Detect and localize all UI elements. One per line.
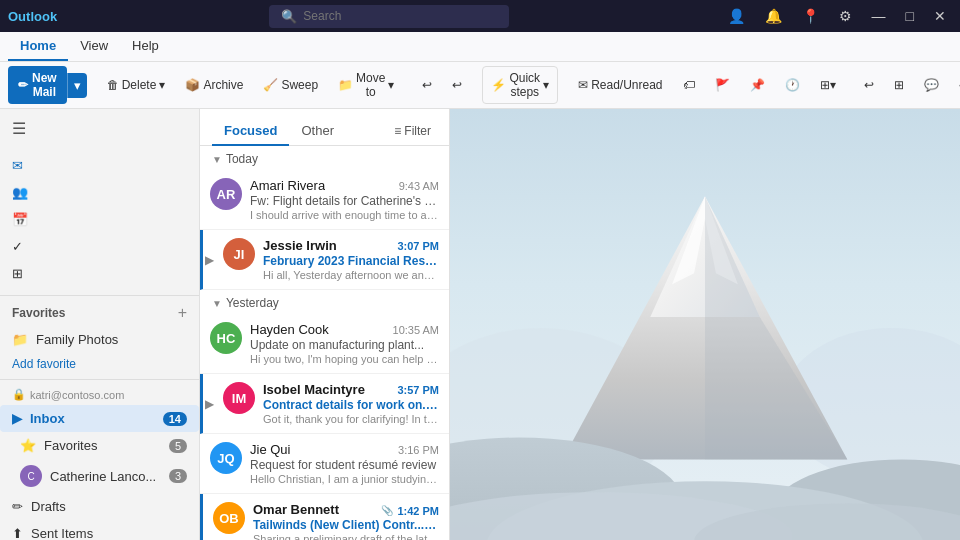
archive-icon: 📦 [185,78,200,92]
search-icon: 🔍 [281,9,297,24]
people-icon-btn[interactable]: 👤 [722,6,751,26]
email-time: 9:43 AM [399,180,439,192]
pencil-icon: ✏ [18,78,28,92]
archive-button[interactable]: 📦 Archive [177,74,251,96]
sidebar-item-inbox[interactable]: ▶ Inbox 14 [0,405,199,432]
email-sender: Amari Rivera [250,178,325,193]
redo-icon: ↩ [452,78,462,92]
email-item[interactable]: JQ Jie Qui 3:16 PM Request for student r… [200,434,449,494]
maximize-btn[interactable]: □ [900,6,920,26]
sidebar-item-apps[interactable]: ⊞ [0,260,199,287]
email-item[interactable]: HC Hayden Cook 10:35 AM Update on manufa… [200,314,449,374]
sidebar-item-favorites-folder[interactable]: ⭐ Favorites 5 [0,432,199,459]
filter-button[interactable]: ≡ Filter [388,120,437,142]
redo-button[interactable]: ↩ [444,74,470,96]
tab-home[interactable]: Home [8,32,68,61]
sidebar-item-people[interactable]: 👥 [0,179,199,206]
ribbon: Home View Help ✏ New Mail ▾ 🗑 Delete ▾ 📦… [0,32,960,109]
account-section: 🔒 katri@contoso.com [0,384,199,405]
email-item[interactable]: ▶ JI Jessie Irwin 3:07 PM February 2023 … [200,230,449,290]
close-btn[interactable]: ✕ [928,6,952,26]
email-preview: Hi all, Yesterday afternoon we announced… [263,269,439,281]
email-subject: Tailwinds (New Client) Contr... (6) [253,518,439,532]
flag-button[interactable]: 🚩 [707,74,738,96]
email-preview: Sharing a preliminary draft of the lates… [253,533,439,540]
sidebar-item-tasks[interactable]: ✓ [0,233,199,260]
sidebar-item-calendar[interactable]: 📅 [0,206,199,233]
move-to-button[interactable]: 📁 Move to ▾ [330,67,402,103]
email-header: Jie Qui 3:16 PM [250,442,439,457]
favorites-folder-icon: ⭐ [20,438,36,453]
email-content: Isobel Macintyre 3:57 PM Contract detail… [263,382,439,425]
email-content: Amari Rivera 9:43 AM Fw: Flight details … [250,178,439,221]
delete-button[interactable]: 🗑 Delete ▾ [99,74,174,96]
search-bar[interactable]: 🔍 [269,5,509,28]
email-time: 3:16 PM [398,444,439,456]
sweep-button[interactable]: 🧹 Sweep [255,74,326,96]
chat-button[interactable]: 💬 [916,74,947,96]
email-item[interactable]: ▶ IM Isobel Macintyre 3:57 PM Contract d… [200,374,449,434]
view-options-button[interactable]: ⊞▾ [812,74,844,96]
people-icon: 👥 [12,185,28,200]
hamburger-menu[interactable]: ☰ [8,115,30,142]
date-group-today[interactable]: ▼ Today [200,146,449,170]
email-time: 3:57 PM [397,384,439,396]
more-button[interactable]: ··· [951,74,960,96]
date-group-yesterday[interactable]: ▼ Yesterday [200,290,449,314]
sent-icon: ⬆ [12,526,23,540]
read-unread-button[interactable]: ✉ Read/Unread [570,74,670,96]
sidebar-header: ☰ [0,109,199,148]
tag-button[interactable]: 🏷 [675,74,703,96]
add-favorite-link[interactable]: Add favorite [0,353,199,375]
email-avatar: AR [210,178,242,210]
clock-button[interactable]: 🕐 [777,74,808,96]
tasks-icon: ✓ [12,239,23,254]
email-time: 3:07 PM [397,240,439,252]
today-chevron: ▼ [212,154,222,165]
tab-help[interactable]: Help [120,32,171,61]
email-header: Omar Bennett 📎 1:42 PM [253,502,439,517]
email-avatar: HC [210,322,242,354]
yesterday-chevron: ▼ [212,298,222,309]
undo-icon: ↩ [422,78,432,92]
undo-button[interactable]: ↩ [414,74,440,96]
new-mail-button[interactable]: ✏ New Mail [8,66,67,104]
sidebar-item-sent[interactable]: ⬆ Sent Items [0,520,199,540]
email-subject: Update on manufacturing plant... [250,338,439,352]
email-header: Isobel Macintyre 3:57 PM [263,382,439,397]
email-avatar: OB [213,502,245,534]
sidebar-item-drafts[interactable]: ✏ Drafts [0,493,199,520]
catherine-avatar: C [20,465,42,487]
email-sender: Jie Qui [250,442,290,457]
settings-btn[interactable]: ⚙ [833,6,858,26]
notifications-btn[interactable]: 🔔 [759,6,788,26]
lightning-icon: ⚡ [491,78,506,92]
tab-view[interactable]: View [68,32,120,61]
email-preview: Hi you two, I'm hoping you can help me [250,353,439,365]
location-btn[interactable]: 📍 [796,6,825,26]
email-preview: Hello Christian, I am a junior studying … [250,473,439,485]
minimize-btn[interactable]: — [866,6,892,26]
new-mail-dropdown[interactable]: ▾ [67,73,87,98]
search-input[interactable] [303,9,483,23]
sidebar-item-mail[interactable]: ✉ [0,152,199,179]
sidebar-item-catherine[interactable]: C Catherine Lanco... 3 [0,459,199,493]
sidebar-item-family-photos[interactable]: 📁 Family Photos [0,326,199,353]
quick-steps-button[interactable]: ⚡ Quick steps ▾ [482,66,558,104]
undo2-button[interactable]: ↩ [856,74,882,96]
pin-button[interactable]: 📌 [742,74,773,96]
email-item[interactable]: AR Amari Rivera 9:43 AM Fw: Flight detai… [200,170,449,230]
email-avatar: JQ [210,442,242,474]
tab-focused[interactable]: Focused [212,117,289,146]
tab-other[interactable]: Other [289,117,346,146]
favorites-header: Favorites + [0,300,199,326]
filter-icon: ≡ [394,124,401,138]
email-item[interactable]: OB Omar Bennett 📎 1:42 PM Tailwinds (New… [200,494,449,540]
add-favorites-btn[interactable]: + [178,304,187,322]
account-icon: 🔒 [12,388,26,401]
email-subject: Contract details for work on... (3) [263,398,439,412]
app-logo: Outlook [8,9,57,24]
mountain-background [450,109,960,540]
table-button[interactable]: ⊞ [886,74,912,96]
delete-icon: 🗑 [107,78,119,92]
